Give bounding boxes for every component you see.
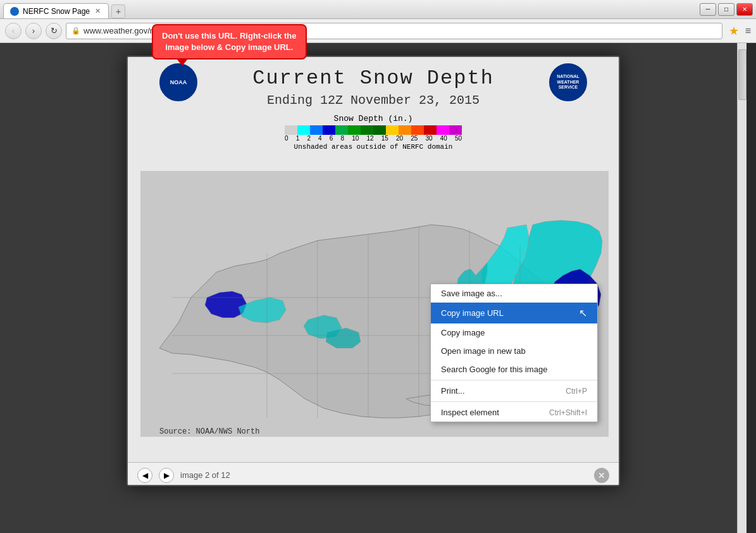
context-menu: Save image as... Copy image URL ↖ Copy i… <box>430 284 598 422</box>
tab-area: NERFC Snow Page ✕ + <box>3 0 700 18</box>
context-open-new-tab-label: Open image in new tab <box>441 346 526 356</box>
map-title: Current Snow Depth <box>128 66 619 90</box>
legend-color-11 <box>424 125 437 135</box>
context-open-new-tab[interactable]: Open image in new tab <box>431 342 597 360</box>
legend-color-6 <box>361 125 373 135</box>
callout-line1: Don't use this URL. Right-click the <box>162 31 297 41</box>
bookmark-icon[interactable]: ★ <box>729 24 739 38</box>
context-copy-image[interactable]: Copy image <box>431 323 597 342</box>
context-inspect-shortcut: Ctrl+Shift+I <box>549 408 587 417</box>
title-bar: NERFC Snow Page ✕ + ─ □ ✕ <box>0 0 756 19</box>
context-save-image-label: Save image as... <box>441 289 502 298</box>
window-controls: ─ □ ✕ <box>700 3 753 16</box>
callout-arrow <box>177 60 187 66</box>
context-copy-url-label: Copy image URL <box>441 308 504 318</box>
new-tab-button[interactable]: + <box>111 4 125 18</box>
context-separator-2 <box>431 401 597 402</box>
context-print-shortcut: Ctrl+P <box>566 387 587 396</box>
legend-color-8 <box>386 125 399 135</box>
context-copy-url[interactable]: Copy image URL ↖ <box>431 303 597 323</box>
chrome-menu-icon[interactable]: ≡ <box>745 25 751 37</box>
close-button[interactable]: ✕ <box>736 3 753 16</box>
context-print-label: Print... <box>441 386 465 396</box>
legend-color-10 <box>411 125 424 135</box>
back-button[interactable]: ‹ <box>5 23 22 39</box>
scrollbar-thumb[interactable] <box>738 49 747 100</box>
lightbox-prev-button[interactable]: ◀ <box>137 468 152 483</box>
image-counter: image 2 of 12 <box>180 470 230 480</box>
forward-button[interactable]: › <box>25 23 42 39</box>
url-lock-icon: 🔒 <box>71 27 80 35</box>
nws-logo: NATIONAL WEATHER SERVICE <box>549 63 587 101</box>
noaa-label: NOAA <box>170 79 187 85</box>
context-search-google[interactable]: Search Google for this image <box>431 360 597 379</box>
legend-title: Snow Depth (in.) <box>128 114 619 123</box>
tab-close-button[interactable]: ✕ <box>94 7 102 15</box>
legend-labels: 0 1 2 4 6 8 10 12 15 20 25 30 40 50 <box>285 135 462 142</box>
legend-color-5 <box>348 125 361 135</box>
legend-note: Unshaded areas outside of NERFC domain <box>128 143 619 151</box>
scrollbar[interactable] <box>737 43 747 533</box>
legend-area: Snow Depth (in.) <box>128 114 619 151</box>
nws-label: NATIONAL WEATHER SERVICE <box>551 74 585 90</box>
context-inspect[interactable]: Inspect element Ctrl+Shift+I <box>431 403 597 422</box>
context-copy-image-label: Copy image <box>441 328 485 337</box>
legend-color-13 <box>449 125 462 135</box>
cursor-indicator: ↖ <box>579 307 587 319</box>
refresh-button[interactable]: ↻ <box>46 23 62 39</box>
maximize-button[interactable]: □ <box>718 3 734 16</box>
lightbox-close-button[interactable]: ✕ <box>594 468 609 483</box>
context-search-google-label: Search Google for this image <box>441 365 547 374</box>
context-save-image[interactable]: Save image as... <box>431 284 597 303</box>
legend-color-9 <box>399 125 411 135</box>
legend-color-1 <box>297 125 310 135</box>
callout-wrapper: Don't use this URL. Right-click the imag… <box>152 24 307 66</box>
context-inspect-label: Inspect element <box>441 408 499 417</box>
page-background: NOAA NATIONAL WEATHER SERVICE Current Sn… <box>0 43 747 533</box>
browser-tab[interactable]: NERFC Snow Page ✕ <box>3 3 109 18</box>
legend-bar <box>285 125 462 135</box>
legend-color-4 <box>335 125 348 135</box>
svg-text:Source: NOAA/NWS North: Source: NOAA/NWS North <box>159 427 259 436</box>
minimize-button[interactable]: ─ <box>700 3 716 16</box>
legend-color-2 <box>310 125 323 135</box>
legend-color-12 <box>437 125 449 135</box>
legend-color-0 <box>285 125 297 135</box>
noaa-logo: NOAA <box>159 63 197 101</box>
callout-bubble: Don't use this URL. Right-click the imag… <box>152 24 307 60</box>
map-subtitle: Ending 12Z November 23, 2015 <box>128 93 619 108</box>
tab-favicon <box>10 7 19 16</box>
lightbox-next-button[interactable]: ▶ <box>159 468 174 483</box>
callout-line2: image below & Copy image URL. <box>165 42 293 52</box>
context-separator-1 <box>431 380 597 380</box>
legend-color-7 <box>373 125 386 135</box>
tab-title: NERFC Snow Page <box>23 7 90 16</box>
lightbox-footer: ◀ ▶ image 2 of 12 ✕ <box>128 462 619 486</box>
context-print[interactable]: Print... Ctrl+P <box>431 382 597 400</box>
legend-color-3 <box>323 125 335 135</box>
address-bar: ‹ › ↻ 🔒 www.weather.gov/nerfc/snow ★ ≡ <box>0 19 756 43</box>
